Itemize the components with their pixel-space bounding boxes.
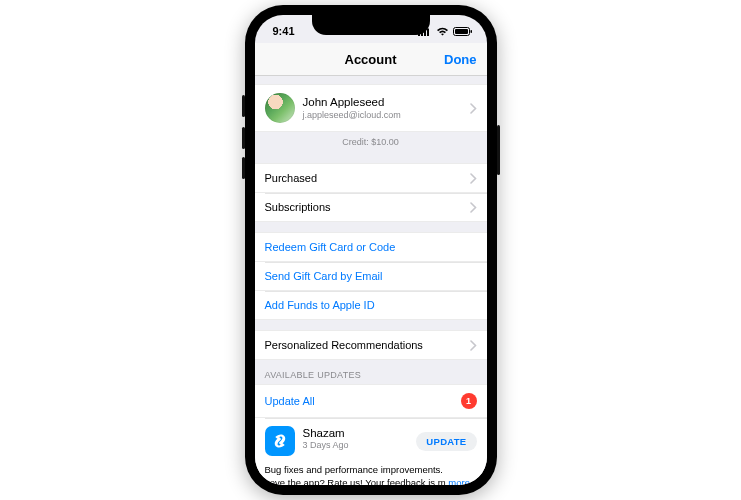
avatar: [265, 93, 295, 123]
notch: [312, 15, 430, 35]
chevron-right-icon: [470, 340, 477, 351]
add-funds-row[interactable]: Add Funds to Apple ID: [255, 291, 487, 320]
credit-label: Credit: $10.00: [255, 132, 487, 153]
redeem-row[interactable]: Redeem Gift Card or Code: [255, 232, 487, 262]
done-button[interactable]: Done: [444, 52, 477, 67]
status-time: 9:41: [273, 25, 295, 37]
purchased-row[interactable]: Purchased: [255, 163, 487, 193]
chevron-right-icon: [470, 202, 477, 213]
phone-frame: 9:41 Account Done: [245, 5, 497, 495]
release-notes: Bug fixes and performance improvements. …: [255, 464, 487, 485]
send-gift-label: Send Gift Card by Email: [265, 270, 383, 282]
more-link[interactable]: more: [448, 477, 470, 485]
nav-bar: Account Done: [255, 43, 487, 76]
content-scroll[interactable]: John Appleseed j.appleseed@icloud.com Cr…: [255, 76, 487, 485]
redeem-label: Redeem Gift Card or Code: [265, 241, 396, 253]
profile-email: j.appleseed@icloud.com: [303, 110, 401, 121]
battery-icon: [453, 27, 473, 36]
screen: 9:41 Account Done: [255, 15, 487, 485]
update-count-badge: 1: [461, 393, 477, 409]
purchased-label: Purchased: [265, 172, 318, 184]
profile-name: John Appleseed: [303, 96, 401, 110]
update-button[interactable]: UPDATE: [416, 432, 476, 451]
send-gift-row[interactable]: Send Gift Card by Email: [255, 262, 487, 291]
subscriptions-row[interactable]: Subscriptions: [255, 193, 487, 222]
svg-rect-6: [470, 30, 472, 33]
add-funds-label: Add Funds to Apple ID: [265, 299, 375, 311]
shazam-app-icon: [265, 426, 295, 456]
profile-row[interactable]: John Appleseed j.appleseed@icloud.com: [255, 84, 487, 132]
updates-header: AVAILABLE UPDATES: [255, 360, 487, 384]
personalized-row[interactable]: Personalized Recommendations: [255, 330, 487, 360]
app-row[interactable]: Shazam 3 Days Ago UPDATE: [255, 418, 487, 464]
update-all-label: Update All: [265, 395, 315, 407]
subscriptions-label: Subscriptions: [265, 201, 331, 213]
personalized-label: Personalized Recommendations: [265, 339, 423, 351]
page-title: Account: [345, 52, 397, 67]
chevron-right-icon: [470, 103, 477, 114]
release-notes-text: Bug fixes and performance improvements. …: [265, 464, 446, 485]
app-name: Shazam: [303, 426, 349, 440]
wifi-icon: [436, 27, 449, 36]
chevron-right-icon: [470, 173, 477, 184]
app-update-date: 3 Days Ago: [303, 440, 349, 451]
update-all-row[interactable]: Update All 1: [255, 384, 487, 418]
svg-rect-5: [455, 29, 468, 34]
